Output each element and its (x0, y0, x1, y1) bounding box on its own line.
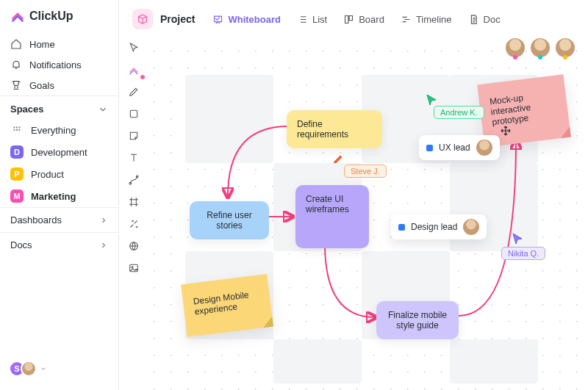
card-refine-user-stories[interactable]: Refine user stories (190, 201, 269, 239)
logo-text: ClickUp (29, 10, 74, 23)
pointer-icon (128, 42, 140, 54)
tool-pen[interactable] (127, 85, 140, 98)
topbar: Project Whiteboard List Board Timeline D… (119, 0, 588, 38)
card-finalize-style-guide[interactable]: Finalize mobile style guide (376, 301, 459, 339)
bg-tile (450, 339, 538, 383)
space-dev-badge: D (10, 145, 24, 159)
card-text: Define requirements (297, 119, 348, 140)
nav-goals[interactable]: Goals (0, 75, 118, 95)
view-board-label: Board (359, 14, 384, 25)
chevron-down-icon (98, 104, 108, 115)
tool-connector[interactable] (127, 173, 140, 187)
whiteboard-canvas[interactable]: Define requirements Refine user stories … (141, 38, 588, 390)
timeline-icon (401, 14, 412, 25)
nav-home[interactable]: Home (0, 34, 118, 54)
space-marketing[interactable]: M Marketing (0, 185, 118, 207)
status-dot (398, 224, 405, 231)
tool-frame[interactable] (127, 195, 140, 209)
card-text: Mock-up interactive prototype (489, 93, 531, 127)
project-title: Project (160, 13, 195, 25)
presence-avatar[interactable] (506, 38, 525, 57)
nav-home-label: Home (29, 39, 55, 50)
tool-web[interactable] (127, 239, 140, 253)
space-dev-label: Development (31, 147, 87, 158)
card-text: Finalize mobile style guide (388, 310, 447, 331)
card-define-requirements[interactable]: Define requirements (287, 110, 382, 148)
view-whiteboard[interactable]: Whiteboard (208, 11, 285, 28)
chevron-right-icon (99, 216, 108, 225)
role-avatar (476, 140, 492, 156)
section-dashboards[interactable]: Dashboards (0, 207, 118, 232)
section-docs[interactable]: Docs (0, 232, 118, 257)
card-create-ui-wireframes[interactable]: Create UI wireframes (295, 185, 369, 248)
bell-icon (10, 59, 22, 71)
space-product-badge: P (10, 167, 24, 181)
status-dot (426, 145, 433, 151)
spaces-header[interactable]: Spaces (0, 95, 118, 119)
tool-text[interactable] (127, 151, 140, 165)
frame-icon (128, 196, 140, 208)
tool-image[interactable] (127, 261, 140, 275)
logo[interactable]: ClickUp (0, 9, 118, 34)
spaces-header-label: Spaces (10, 104, 44, 115)
svg-point-0 (13, 126, 15, 128)
user-menu[interactable]: S (0, 355, 118, 383)
presence-avatars[interactable] (506, 38, 575, 57)
presence-avatar[interactable] (531, 38, 550, 57)
view-timeline[interactable]: Timeline (396, 11, 456, 28)
view-list-label: List (312, 14, 327, 25)
space-product-label: Product (31, 169, 64, 180)
sparkle-link-icon (128, 218, 140, 230)
space-everything-label: Everything (31, 125, 76, 136)
tool-clickup[interactable] (127, 63, 140, 76)
section-dashboards-label: Dashboards (10, 214, 62, 225)
tool-sticky[interactable] (127, 129, 140, 142)
bg-tile (185, 75, 273, 163)
connector-icon (128, 174, 140, 186)
move-handle-icon[interactable] (500, 125, 512, 137)
text-icon (128, 152, 140, 164)
sticky-note-icon (128, 130, 140, 142)
role-ux-lead[interactable]: UX lead (419, 135, 500, 160)
tool-select[interactable] (127, 41, 140, 54)
role-avatar (463, 219, 479, 235)
board-icon (343, 14, 354, 25)
svg-point-5 (18, 129, 20, 131)
svg-rect-6 (130, 110, 137, 117)
space-marketing-badge: M (10, 189, 24, 203)
cursor-nikita-label: Nikita Q. (501, 247, 545, 260)
tool-shape[interactable] (127, 107, 140, 120)
view-list[interactable]: List (293, 11, 331, 28)
tool-link[interactable] (127, 217, 140, 231)
main: Project Whiteboard List Board Timeline D… (119, 0, 588, 390)
svg-point-1 (16, 126, 18, 128)
space-everything[interactable]: Everything (0, 119, 118, 141)
svg-point-11 (132, 267, 133, 268)
sticky-design-mobile-experience[interactable]: Design Mobile experience (181, 274, 273, 337)
chevron-down-icon (40, 365, 47, 372)
project-icon-badge[interactable] (132, 9, 153, 29)
view-whiteboard-label: Whiteboard (228, 14, 281, 25)
list-icon (297, 14, 308, 25)
home-icon (10, 38, 22, 50)
view-board[interactable]: Board (339, 11, 389, 28)
space-product[interactable]: P Product (0, 163, 118, 185)
view-timeline-label: Timeline (416, 14, 452, 25)
chevron-right-icon (99, 241, 108, 250)
section-docs-label: Docs (10, 239, 32, 250)
role-label: UX lead (439, 142, 470, 153)
trophy-icon (10, 79, 22, 91)
square-icon (128, 108, 140, 120)
cube-icon (137, 13, 148, 25)
space-development[interactable]: D Development (0, 141, 118, 163)
user-avatar-stack: S (9, 361, 37, 377)
presence-avatar[interactable] (556, 38, 575, 57)
space-marketing-label: Marketing (31, 191, 76, 202)
view-doc-label: Doc (484, 14, 501, 25)
view-doc[interactable]: Doc (464, 11, 505, 28)
nav-notifications[interactable]: Notifications (0, 54, 118, 75)
image-icon (128, 262, 140, 274)
role-design-lead[interactable]: Design lead (391, 214, 487, 239)
card-text: Refine user stories (207, 210, 251, 231)
clickup-icon (128, 64, 140, 76)
